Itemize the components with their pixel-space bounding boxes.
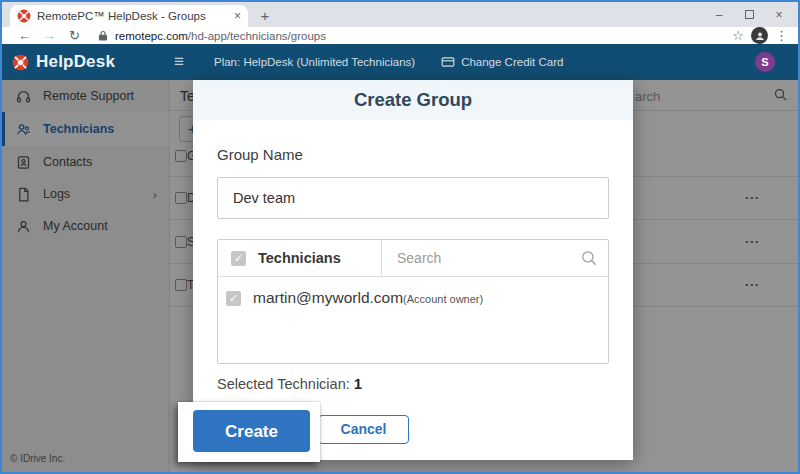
- browser-menu-icon[interactable]: ⋮: [775, 28, 788, 43]
- create-button[interactable]: Create: [193, 410, 310, 452]
- change-credit-card-button[interactable]: Change Credit Card: [441, 55, 563, 69]
- url-path: /hd-app/technicians/groups: [188, 30, 326, 42]
- new-tab-button[interactable]: +: [254, 5, 276, 27]
- create-button-highlight: Create: [178, 402, 320, 462]
- forward-icon[interactable]: →: [37, 28, 62, 43]
- tab-title: RemotePC™ HelpDesk - Groups: [37, 10, 228, 22]
- bookmark-star-icon[interactable]: ☆: [732, 28, 744, 43]
- selected-label: Selected Technician:: [217, 376, 350, 392]
- search-icon[interactable]: [580, 249, 598, 267]
- browser-profile-avatar[interactable]: [751, 27, 768, 44]
- technicians-panel-header: ✓ Technicians: [218, 240, 608, 277]
- window-maximize-button[interactable]: [734, 8, 764, 22]
- browser-tab[interactable]: RemotePC™ HelpDesk - Groups ×: [10, 5, 248, 27]
- site-favicon-icon: [17, 9, 31, 23]
- credit-card-icon: [441, 55, 455, 69]
- modal-title: Create Group: [354, 89, 472, 111]
- reload-icon[interactable]: ↻: [62, 28, 87, 43]
- group-name-label: Group Name: [217, 146, 303, 163]
- brand-name: HelpDesk: [36, 52, 115, 72]
- back-icon[interactable]: ←: [12, 28, 37, 43]
- app-header: HelpDesk ≡ Plan: HelpDesk (Unlimited Tec…: [2, 44, 798, 80]
- technicians-select-all-checkbox[interactable]: ✓: [231, 251, 246, 266]
- hamburger-menu-icon[interactable]: ≡: [162, 52, 196, 72]
- url-domain: remotepc.com: [115, 30, 188, 42]
- window-minimize-button[interactable]: –: [704, 8, 734, 22]
- technician-checkbox[interactable]: ✓: [226, 291, 241, 306]
- modal-header: Create Group: [193, 80, 633, 120]
- padlock-icon: [97, 30, 109, 42]
- profile-person-icon: [754, 30, 766, 42]
- url-text[interactable]: remotepc.com/hd-app/technicians/groups: [115, 30, 326, 42]
- plan-label: Plan: HelpDesk (Unlimited Technicians): [214, 56, 415, 68]
- selected-count: 1: [354, 375, 362, 392]
- maximize-icon: [745, 10, 754, 19]
- technician-list-item[interactable]: ✓ martin@myworld.com(Account owner): [218, 277, 608, 307]
- technician-email: martin@myworld.com: [253, 289, 403, 306]
- technician-note: (Account owner): [403, 293, 483, 305]
- group-name-input[interactable]: [217, 177, 609, 219]
- lifebuoy-logo-icon: [12, 54, 29, 71]
- browser-url-bar: ← → ↻ remotepc.com/hd-app/technicians/gr…: [2, 27, 798, 44]
- tab-close-icon[interactable]: ×: [234, 9, 241, 23]
- selected-technician-count: Selected Technician:1: [217, 375, 362, 392]
- helpdesk-logo[interactable]: HelpDesk: [2, 52, 162, 72]
- change-credit-card-label: Change Credit Card: [461, 56, 563, 68]
- technician-search-input[interactable]: [395, 249, 580, 267]
- browser-tab-bar: RemotePC™ HelpDesk - Groups × + – ×: [2, 2, 798, 27]
- cancel-button[interactable]: Cancel: [318, 415, 409, 444]
- user-avatar[interactable]: S: [755, 52, 775, 72]
- technicians-panel: ✓ Technicians ✓ martin@myworld.com(Accou…: [217, 239, 609, 364]
- window-close-button[interactable]: ×: [764, 8, 794, 22]
- technicians-header-label: Technicians: [258, 250, 341, 266]
